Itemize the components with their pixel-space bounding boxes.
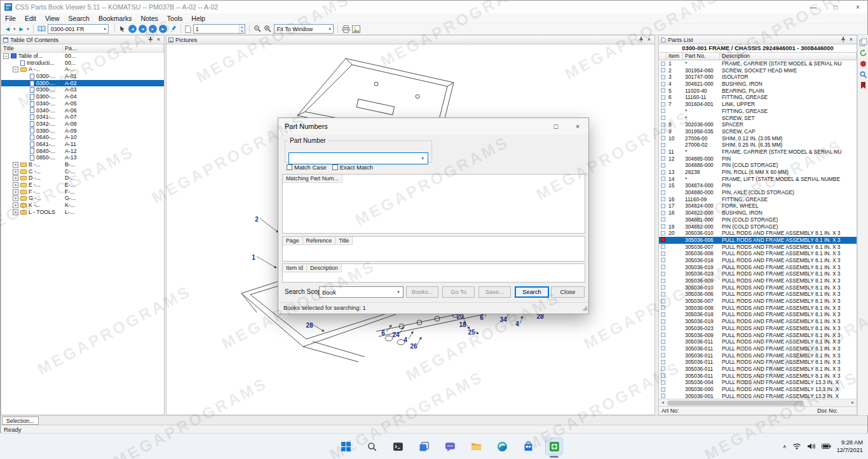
task-view-button[interactable] <box>415 437 433 455</box>
parts-row[interactable]: 27006-02SHIM, 0.25 IN. (6.35 MM) <box>659 142 857 149</box>
parts-row[interactable]: 20305036-010PULL RODS AND FRAME ASSEMBLY… <box>659 230 857 237</box>
menu-edit[interactable]: Edit <box>20 13 41 23</box>
parts-row[interactable]: 304880-000PIN, AXLE (COLD STORAGE) <box>659 189 857 196</box>
toc-item-A06[interactable]: 0340-...A-06 <box>1 107 164 114</box>
parts-row[interactable]: 305036-001PULL RODS AND FRAME ASSEMBLY 1… <box>659 393 857 399</box>
expand-box-icon[interactable]: + <box>13 169 18 175</box>
parts-row[interactable]: 305036-008PULL RODS AND FRAME ASSEMBLY 8… <box>659 250 857 257</box>
collapse-box-icon[interactable]: − <box>3 53 9 59</box>
toc-item-A13[interactable]: 0850-...A-13 <box>1 154 164 161</box>
page-spinner[interactable]: ▴ ▾ <box>239 25 245 33</box>
toc-item-A01[interactable]: 0300-...A-01 <box>1 73 164 80</box>
parts-row[interactable]: 12304885-000PIN <box>659 156 857 163</box>
parts-row[interactable]: 305036-006PULL RODS AND FRAME ASSEMBLY 8… <box>659 237 857 244</box>
nav-forward-caret-icon[interactable]: ▾ <box>27 27 29 32</box>
taskbar-search-button[interactable] <box>363 437 381 455</box>
items-list[interactable]: Item IdDescription <box>282 263 585 283</box>
parts-row[interactable]: 15304874-000PIN <box>659 182 857 189</box>
parts-column-partno[interactable]: Part No. <box>683 53 720 60</box>
menu-file[interactable]: File <box>1 13 20 23</box>
minimize-button[interactable]: — <box>804 1 823 13</box>
toc-item-A08[interactable]: 0342-...A-08 <box>1 121 164 128</box>
page-number-input[interactable]: 1 ▴ ▾ <box>193 24 245 34</box>
collapse-box-icon[interactable]: − <box>13 67 18 72</box>
toc-item-A05[interactable]: 0340-...A-05 <box>1 100 164 107</box>
toc-item-L[interactable]: +L - TOOLSL-... <box>1 209 164 216</box>
refresh-icon[interactable] <box>859 49 867 57</box>
last-page-button[interactable]: ► <box>159 25 167 33</box>
menu-search[interactable]: Search <box>64 13 94 23</box>
parts-row[interactable]: 305036-011PULL RODS AND FRAME ASSEMBLY 8… <box>659 373 857 380</box>
search-scope-selector[interactable]: Book ▾ <box>319 286 403 298</box>
volume-icon[interactable] <box>807 442 816 450</box>
match-case-checkbox[interactable] <box>287 164 292 170</box>
results-column-page[interactable]: Page <box>283 237 303 245</box>
parts-row[interactable]: 305036-007PULL RODS AND FRAME ASSEMBLY 8… <box>659 298 857 305</box>
bookmark-icon[interactable] <box>859 81 867 90</box>
network-icon[interactable] <box>792 442 801 450</box>
results-column-reference[interactable]: Reference <box>303 237 336 245</box>
book-selector[interactable]: 0300-001 FR ▾ <box>48 24 109 34</box>
dialog-maximize-button[interactable]: □ <box>545 119 567 135</box>
pin-icon[interactable] <box>148 37 153 43</box>
parts-column-marker[interactable] <box>659 53 667 60</box>
parts-row[interactable]: 305036-007PULL RODS AND FRAME ASSEMBLY 8… <box>659 244 857 251</box>
parts-row[interactable]: 305036-011PULL RODS AND FRAME ASSEMBLY 8… <box>659 366 857 373</box>
parts-row[interactable]: 2301954-060SCREW, SOCKET HEAD MWE <box>659 67 857 74</box>
spin-down-icon[interactable]: ▾ <box>240 29 245 34</box>
toc-column-page[interactable]: Pa... <box>63 44 164 52</box>
parts-row[interactable]: 511020-40BEARING, PLAIN <box>659 88 857 95</box>
parts-row[interactable]: 7301604-001LINK, UPPER <box>659 101 857 108</box>
toc-item-G[interactable]: +G -...G-... <box>1 195 164 202</box>
expand-box-icon[interactable]: + <box>13 196 18 201</box>
zoom-selector[interactable]: Fit To Window ▾ <box>274 24 334 34</box>
parts-row[interactable]: 1328238PIN, ROLL (6 MM X 60 MM) <box>659 169 857 176</box>
parts-row[interactable]: 305036-018PULL RODS AND FRAME ASSEMBLY 8… <box>659 311 857 318</box>
menu-tools[interactable]: Tools <box>163 13 187 23</box>
toc-item-K[interactable]: +K -...K-... <box>1 202 164 209</box>
parts-row[interactable]: 305036-009PULL RODS AND FRAME ASSEMBLY 8… <box>659 332 857 339</box>
scroll-left-icon[interactable]: ◄ <box>659 399 667 406</box>
export-image-icon[interactable] <box>352 25 360 33</box>
exact-match-option[interactable]: Exact Match <box>332 164 373 171</box>
close-button[interactable]: × <box>848 1 867 13</box>
parts-row[interactable]: 17304824-000FORK, WHEEL <box>659 203 857 210</box>
toc-item-00[interactable]: −Table of...00... <box>1 53 164 60</box>
file-explorer-button[interactable] <box>467 437 485 455</box>
menu-view[interactable]: View <box>41 13 64 23</box>
nav-back-caret-icon[interactable]: ▾ <box>13 27 16 32</box>
zoom-in-icon[interactable] <box>264 25 272 33</box>
toc-item-B[interactable]: +B -...B-... <box>1 161 164 168</box>
pin-icon[interactable] <box>639 37 644 43</box>
parts-row[interactable]: 305036-006PULL RODS AND FRAME ASSEMBLY 8… <box>659 291 857 298</box>
record-icon[interactable] <box>859 60 867 68</box>
items-column-itemid[interactable]: Item Id <box>283 264 307 272</box>
exact-match-checkbox[interactable] <box>332 164 338 170</box>
find-icon[interactable] <box>859 70 867 79</box>
parts-row[interactable]: 305036-008PULL RODS AND FRAME ASSEMBLY 8… <box>659 305 857 312</box>
parts-row[interactable]: 3301747-000ISOLATOR <box>659 74 857 81</box>
results-column-title[interactable]: Title <box>336 237 353 245</box>
taskbar-clock[interactable]: 9:28 AM 12/7/2021 <box>837 439 863 454</box>
parts-column-item[interactable]: Item <box>667 53 683 60</box>
toc-item-E[interactable]: +E -...E-... <box>1 182 164 189</box>
parts-row[interactable]: 305036-018PULL RODS AND FRAME ASSEMBLY 8… <box>659 257 857 264</box>
expand-box-icon[interactable]: + <box>13 203 18 208</box>
toc-item-00[interactable]: Introducti...00... <box>1 60 164 67</box>
parts-row[interactable]: 305036-000PULL RODS AND FRAME ASSEMBLY 1… <box>659 386 857 393</box>
items-column-description[interactable]: Description <box>307 264 342 272</box>
toc-item-A10[interactable]: 0640-...A-10 <box>1 134 164 141</box>
parts-row[interactable]: 1027006-00SHIM, 0.12 IN. (3.05 MM) <box>659 135 857 142</box>
parts-column-description[interactable]: Description <box>720 53 857 60</box>
toc-item-A03[interactable]: 0300-...A-03 <box>1 86 164 93</box>
parts-viewer-app-button[interactable] <box>545 437 563 455</box>
scrollbar-thumb[interactable] <box>667 401 804 406</box>
dialog-titlebar[interactable]: Part Numbers □ × <box>278 118 588 135</box>
toc-item-A02[interactable]: 0300-...A-02 <box>1 80 164 87</box>
start-button[interactable] <box>337 437 355 455</box>
nav-back-button[interactable]: ◄ <box>4 25 11 34</box>
part-number-combobox[interactable]: ▾ <box>288 152 428 164</box>
toc-close-icon[interactable]: × <box>155 36 162 44</box>
expand-box-icon[interactable]: + <box>13 182 18 188</box>
parts-row[interactable]: 304881-000PIN (COLD STORAGE) <box>659 216 857 223</box>
